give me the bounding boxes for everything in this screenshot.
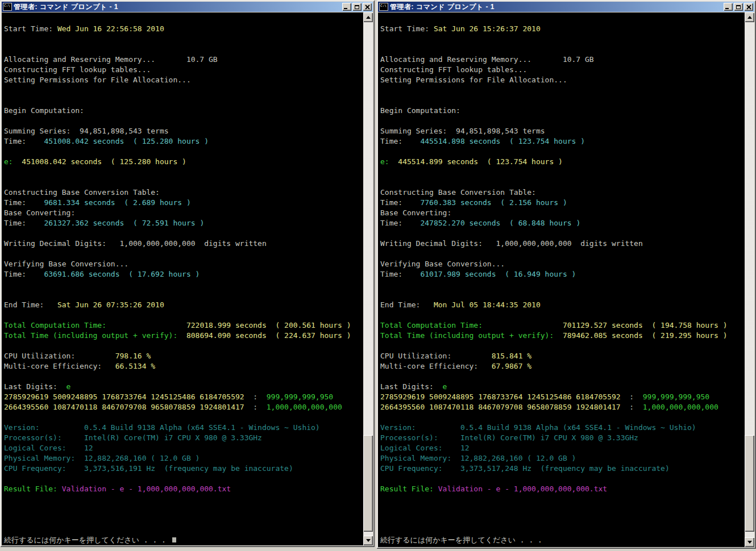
console-text-segment: e:: [4, 157, 13, 166]
console-text-segment: 2664395560 1087470118 8467079708 9658078…: [380, 403, 621, 411]
console-line: e: 445514.899 seconds ( 123.754 hours ): [380, 157, 743, 167]
console-line: [4, 249, 362, 259]
console-line: 2785929619 5009248895 1768733764 1245125…: [380, 392, 743, 402]
vertical-scrollbar[interactable]: [363, 12, 373, 545]
console-text-segment: Time:: [4, 198, 44, 207]
console-line: Total Computation Time: 722018.999 secon…: [4, 320, 362, 331]
console-line: [4, 34, 362, 44]
console-line: [4, 177, 362, 187]
console-line: [380, 147, 743, 157]
minimize-button[interactable]: [724, 3, 733, 11]
close-icon: [746, 5, 751, 10]
console-line: 2664395560 1087470118 8467079708 9658078…: [4, 402, 362, 412]
console-text-segment: 67.9867 %: [492, 362, 531, 370]
console-line: Logical Cores: 12: [380, 443, 743, 453]
scrollbar-track[interactable]: [745, 22, 754, 537]
console-line: Constructing FFT lookup tables...: [380, 65, 743, 75]
console-text-segment: Allocating and Reserving Memory... 10.7 …: [4, 55, 218, 64]
console-line: Time: 7760.383 seconds ( 2.156 hours ): [380, 198, 743, 208]
console-text-segment: 722018.999 seconds ( 200.561 hours ): [106, 321, 351, 329]
console-text-segment: Summing Series: 94,851,898,543 terms: [380, 127, 545, 135]
console-text-segment: Total Computation Time:: [4, 321, 106, 329]
console-line: Multi-core Efficiency: 66.5134 %: [4, 361, 362, 371]
console-line: Summing Series: 94,851,898,543 terms: [380, 126, 743, 136]
console-line: [380, 474, 743, 484]
console-text-segment: Total Computation Time:: [380, 321, 483, 329]
console-line: Time: 445514.898 seconds ( 123.754 hours…: [380, 136, 743, 147]
console-line: Total Time (including output + verify): …: [380, 331, 743, 341]
console-text-segment: Processor(s): Intel(R) Core(TM) i7 CPU X…: [380, 433, 638, 442]
console-viewport[interactable]: Start Time: Sat Jun 26 15:26:37 2010Allo…: [378, 12, 754, 547]
console-line: [4, 341, 362, 351]
console-line: [380, 177, 743, 187]
console-line: Total Time (including output + verify): …: [4, 331, 362, 341]
up-arrow-icon: [366, 16, 371, 19]
console-line: [380, 249, 743, 259]
console-text-segment: Multi-core Efficiency:: [380, 362, 492, 370]
console-text-segment: :: [244, 393, 267, 401]
scroll-up-button[interactable]: [363, 12, 373, 22]
console-line: Physical Memory: 12,882,268,160 ( 12.0 G…: [380, 453, 743, 464]
console-line: [4, 525, 362, 535]
close-button[interactable]: [744, 3, 753, 11]
console-text-segment: Physical Memory: 12,882,268,160 ( 12.0 G…: [380, 454, 576, 462]
maximize-button[interactable]: [734, 3, 743, 11]
console-text-segment: Processor(s): Intel(R) Core(TM) i7 CPU X…: [4, 433, 262, 442]
close-button[interactable]: [363, 3, 372, 11]
console-line: Writing Decimal Digits: 1,000,000,000,00…: [4, 239, 362, 249]
console-line: [4, 412, 362, 423]
console-line: Last Digits: e: [380, 382, 743, 392]
console-text-segment: 続行するには何かキーを押してください . . .: [380, 536, 542, 544]
titlebar[interactable]: C:\ 管理者: コマンド プロンプト - 1: [2, 2, 373, 12]
console-text-segment: 445514.898 seconds ( 123.754 hours ): [420, 137, 585, 145]
console-line: [380, 116, 743, 126]
scrollbar-thumb[interactable]: [745, 435, 754, 532]
console-text-segment: Time:: [380, 219, 420, 227]
scroll-down-button[interactable]: [745, 537, 754, 547]
console-text-segment: Base Converting:: [380, 208, 451, 217]
console-viewport[interactable]: Start Time: Wed Jun 16 22:56:58 2010Allo…: [2, 12, 373, 545]
console-text-segment: 続行するには何かキーを押してください . . .: [4, 536, 171, 544]
console-text-segment: Constructing Base Conversion Table:: [4, 188, 160, 197]
scrollbar-track[interactable]: [363, 22, 373, 536]
console-line: 続行するには何かキーを押してください . . .: [380, 535, 743, 545]
console-line: [380, 34, 743, 44]
maximize-button[interactable]: [352, 3, 362, 11]
console-line: Base Converting:: [380, 208, 743, 218]
console-text-segment: Validation - e - 1,000,000,000,000.txt: [438, 485, 607, 493]
console-text-segment: Writing Decimal Digits: 1,000,000,000,00…: [4, 239, 267, 248]
down-arrow-icon: [747, 541, 752, 544]
console-text-segment: Summing Series: 94,851,898,543 terms: [4, 127, 169, 135]
console-text-segment: Result File:: [380, 485, 438, 493]
text-cursor: [172, 537, 176, 542]
scroll-up-button[interactable]: [745, 12, 754, 22]
console-text-segment: CPU Frequency: 3,373,516,191 Hz (frequen…: [4, 464, 293, 473]
console-text-segment: Sat Jun 26 07:35:26 2010: [57, 300, 164, 309]
console-line: [4, 228, 362, 239]
close-icon: [365, 5, 370, 10]
console-line: Processor(s): Intel(R) Core(TM) i7 CPU X…: [380, 433, 743, 443]
console-line: End Time: Mon Jul 05 18:44:35 2010: [380, 300, 743, 310]
console-line: Version: 0.5.4 Build 9138 Alpha (x64 SSE…: [380, 423, 743, 433]
console-text-segment: Version: 0.5.4 Build 9138 Alpha (x64 SSE…: [380, 423, 696, 432]
console-text-segment: 451008.042 seconds ( 125.280 hours ): [44, 137, 209, 145]
maximize-icon: [355, 5, 359, 9]
console-text-segment: End Time:: [380, 300, 434, 309]
console-line: Base Converting:: [4, 208, 362, 218]
console-line: Physical Memory: 12,882,268,160 ( 12.0 G…: [4, 453, 362, 464]
minimize-icon: [725, 8, 729, 9]
minimize-icon: [344, 8, 347, 9]
console-text-segment: 2785929619 5009248895 1768733764 1245125…: [380, 393, 621, 401]
console-line: [4, 95, 362, 106]
titlebar[interactable]: C:\ 管理者: コマンド プロンプト - 1: [378, 2, 754, 12]
console-line: e: 451008.042 seconds ( 125.280 hours ): [4, 157, 362, 167]
scrollbar-thumb[interactable]: [363, 435, 373, 532]
console-text-segment: Constructing FFT lookup tables...: [4, 65, 151, 74]
minimize-button[interactable]: [342, 3, 351, 11]
console-text-segment: Time:: [380, 270, 420, 278]
vertical-scrollbar[interactable]: [745, 12, 754, 547]
scroll-down-button[interactable]: [363, 536, 373, 545]
console-text-segment: Logical Cores: 12: [380, 444, 470, 452]
console-text-segment: Start Time:: [380, 24, 434, 33]
console-line: Setting Permissions for File Allocation.…: [380, 75, 743, 85]
